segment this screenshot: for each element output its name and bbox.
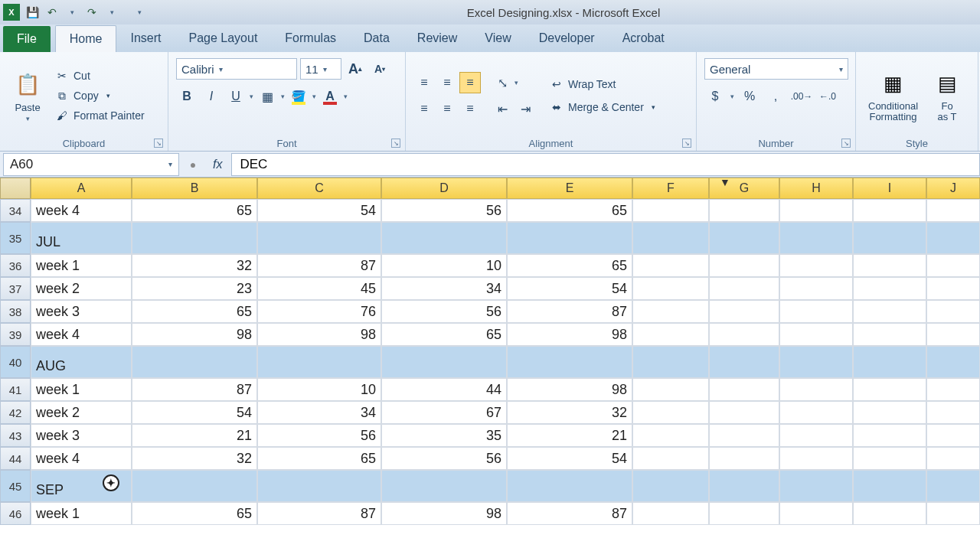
cell[interactable] — [507, 470, 632, 502]
cell[interactable] — [853, 323, 926, 346]
row-header[interactable]: 43 — [0, 424, 31, 447]
column-header-D[interactable]: D — [381, 178, 507, 199]
cell[interactable] — [381, 346, 507, 378]
cell[interactable]: AUG — [31, 346, 132, 378]
cell[interactable] — [507, 346, 632, 378]
wrap-text-button[interactable]: ↩Wrap Text — [547, 77, 658, 92]
align-bottom-icon[interactable]: ≡ — [459, 72, 481, 93]
row-header[interactable]: 35 — [0, 222, 31, 254]
row-header[interactable]: 40 — [0, 346, 31, 378]
cell[interactable] — [853, 447, 926, 470]
cell[interactable]: week 2 — [31, 277, 132, 300]
cell[interactable] — [926, 277, 980, 300]
cell[interactable] — [926, 346, 980, 378]
cell[interactable]: 98 — [507, 323, 632, 346]
number-format-select[interactable]: General▾ — [704, 58, 848, 80]
cell[interactable] — [632, 222, 709, 254]
cancel-formula-icon[interactable]: ● — [182, 154, 204, 175]
number-launcher-icon[interactable]: ↘ — [841, 139, 851, 148]
cell[interactable] — [632, 323, 709, 346]
row-header[interactable]: 37 — [0, 277, 31, 300]
cell[interactable] — [779, 222, 853, 254]
paste-button[interactable]: 📋 Paste ▾ — [8, 68, 47, 124]
cell[interactable] — [709, 346, 779, 378]
cell[interactable] — [709, 401, 779, 424]
cell[interactable] — [779, 254, 853, 277]
cell[interactable] — [926, 424, 980, 447]
cell[interactable]: 34 — [257, 401, 381, 424]
cell[interactable]: 76 — [257, 300, 381, 323]
cell[interactable] — [632, 378, 709, 401]
align-right-icon[interactable]: ≡ — [459, 98, 481, 119]
undo-icon[interactable]: ↶ — [44, 5, 60, 20]
redo-more-icon[interactable]: ▾ — [104, 5, 119, 20]
cell[interactable]: 65 — [132, 502, 257, 525]
cell[interactable] — [132, 470, 257, 502]
ribbon-tab-formulas[interactable]: Formulas — [271, 25, 350, 52]
cell[interactable] — [853, 502, 926, 525]
file-tab[interactable]: File — [3, 26, 51, 52]
cell[interactable] — [926, 378, 980, 401]
cell[interactable] — [381, 470, 507, 502]
cell[interactable]: 98 — [507, 378, 632, 401]
cell[interactable]: week 1 — [31, 502, 132, 525]
ribbon-tab-page-layout[interactable]: Page Layout — [175, 25, 271, 52]
cell[interactable] — [853, 378, 926, 401]
cell[interactable] — [779, 502, 853, 525]
ribbon-tab-insert[interactable]: Insert — [116, 25, 175, 52]
row-header[interactable]: 39 — [0, 323, 31, 346]
cell[interactable]: 87 — [132, 378, 257, 401]
cell[interactable] — [779, 199, 853, 222]
decrease-indent-icon[interactable]: ⇤ — [492, 98, 513, 119]
cell[interactable] — [853, 222, 926, 254]
cell[interactable]: 54 — [507, 277, 632, 300]
cell[interactable] — [632, 424, 709, 447]
cell[interactable] — [926, 300, 980, 323]
cell[interactable]: 65 — [507, 254, 632, 277]
cell[interactable]: JUL — [31, 222, 132, 254]
cell[interactable] — [709, 300, 779, 323]
cell[interactable] — [779, 401, 853, 424]
cell[interactable]: 67 — [381, 401, 507, 424]
cell[interactable] — [709, 199, 779, 222]
format-painter-button[interactable]: 🖌Format Painter — [52, 108, 148, 123]
cell[interactable]: 44 — [381, 378, 507, 401]
cell[interactable]: 45 — [257, 277, 381, 300]
cell[interactable] — [779, 323, 853, 346]
column-header-B[interactable]: B — [132, 178, 257, 199]
redo-icon[interactable]: ↷ — [84, 5, 100, 20]
increase-decimal-icon[interactable]: .00→ — [791, 86, 812, 107]
cell[interactable] — [926, 401, 980, 424]
ribbon-tab-acrobat[interactable]: Acrobat — [609, 25, 678, 52]
clipboard-launcher-icon[interactable]: ↘ — [154, 139, 163, 148]
cell[interactable]: 65 — [507, 199, 632, 222]
cell[interactable] — [709, 378, 779, 401]
currency-icon[interactable]: $ — [704, 86, 726, 107]
cell[interactable] — [926, 323, 980, 346]
cell[interactable]: 10 — [257, 378, 381, 401]
grow-font-icon[interactable]: A▴ — [345, 58, 366, 80]
cell[interactable] — [709, 277, 779, 300]
cell[interactable] — [853, 346, 926, 378]
column-header-E[interactable]: E — [507, 178, 632, 199]
column-header-C[interactable]: C — [257, 178, 381, 199]
merge-center-button[interactable]: ⬌Merge & Center▾ — [547, 99, 658, 115]
ribbon-tab-view[interactable]: View — [471, 25, 524, 52]
alignment-launcher-icon[interactable]: ↘ — [682, 139, 691, 148]
cell[interactable]: 56 — [381, 447, 507, 470]
cell[interactable]: 98 — [257, 323, 381, 346]
font-size-select[interactable]: 11▾ — [300, 58, 341, 80]
cell[interactable] — [926, 222, 980, 254]
spreadsheet-grid[interactable]: ▼ ABCDEFGHIJ 34week 46554566535JUL36week… — [0, 178, 980, 525]
format-as-table-button[interactable]: ▤ Fo as T — [927, 67, 967, 125]
cell[interactable]: 56 — [381, 199, 507, 222]
cell[interactable]: 65 — [132, 199, 257, 222]
ribbon-tab-home[interactable]: Home — [55, 25, 117, 52]
cell[interactable]: 54 — [132, 401, 257, 424]
cell[interactable] — [926, 254, 980, 277]
column-header-A[interactable]: A — [31, 178, 132, 199]
row-header[interactable]: 36 — [0, 254, 31, 277]
column-header-F[interactable]: F — [632, 178, 709, 199]
cell[interactable] — [632, 277, 709, 300]
cut-button[interactable]: ✂Cut — [52, 68, 148, 83]
